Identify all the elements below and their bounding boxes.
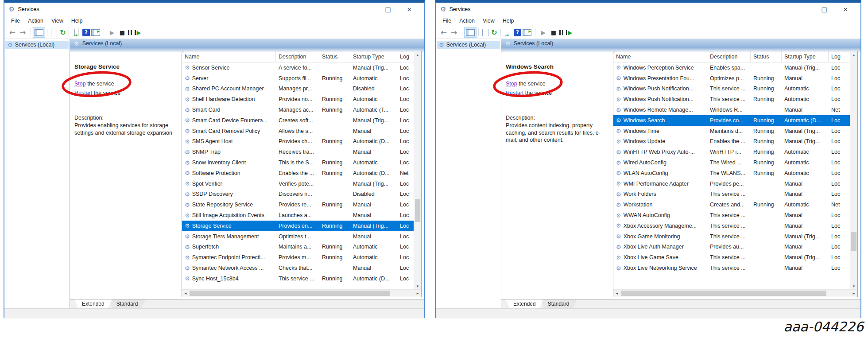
stop-service-link[interactable]: Stop (506, 81, 517, 87)
show-action-pane-icon[interactable] (91, 29, 100, 36)
maximize-button[interactable]: □ (377, 6, 399, 13)
horizontal-scroll-thumb[interactable] (190, 291, 390, 296)
service-row[interactable]: ⚙SNMP TrapReceives tra...ManualLoc (182, 147, 421, 157)
menu-file[interactable]: File (438, 18, 455, 24)
menu-help[interactable]: Help (499, 18, 518, 24)
horizontal-scroll-thumb[interactable] (621, 291, 826, 296)
scroll-up-icon[interactable]: ▴ (853, 52, 855, 58)
stop-service-icon[interactable]: ■ (549, 27, 558, 37)
menu-view[interactable]: View (47, 18, 67, 24)
menu-action[interactable]: Action (24, 18, 47, 24)
service-row[interactable]: ⚙Storage Tiers ManagementOptimizes t...M… (182, 231, 421, 242)
start-service-icon[interactable]: ▶ (539, 27, 548, 37)
pause-service-icon[interactable] (559, 30, 563, 35)
service-row[interactable]: ⚙Xbox Accessory Manageme...This service … (613, 221, 857, 231)
scroll-up-icon[interactable]: ▴ (417, 52, 419, 58)
service-row[interactable]: ⚙Wired AutoConfigThe Wired ...RunningAut… (613, 157, 857, 168)
column-header-name[interactable]: Nameˆ (613, 51, 707, 62)
service-row[interactable]: ⚙Shell Hardware DetectionProvides no...R… (182, 94, 421, 105)
help-icon[interactable]: ? (82, 29, 90, 36)
column-header-description[interactable]: Description (707, 51, 751, 62)
service-row[interactable]: ⚙Windows Presentation Fou...Optimizes p.… (613, 73, 857, 84)
export-list-icon[interactable] (69, 29, 75, 36)
scroll-right-icon[interactable]: ▸ (414, 291, 421, 295)
close-button[interactable]: × (835, 6, 856, 13)
service-row[interactable]: ⚙Spot VerifierVerifies pote...Manual (Tr… (182, 179, 421, 189)
service-row[interactable]: ⚙Xbox Game MonitoringThis service ...Man… (613, 231, 857, 242)
help-icon[interactable]: ? (514, 29, 521, 36)
service-row[interactable]: ⚙Sensor ServiceA service fo...Manual (Tr… (182, 62, 421, 73)
tab-extended[interactable]: Extended (74, 299, 112, 308)
service-row[interactable]: ⚙Snow Inventory ClientThis is the S...Ru… (182, 157, 421, 168)
service-row[interactable]: ⚙SSDP DiscoveryDiscovers n...DisabledLoc (182, 189, 421, 200)
service-row[interactable]: ⚙Xbox Live Game SaveThis service ...Manu… (613, 252, 857, 263)
vertical-scroll-thumb[interactable] (415, 199, 420, 222)
scroll-left-icon[interactable]: ◂ (182, 291, 189, 295)
service-row[interactable]: ⚙Work FoldersThis service ...ManualLoc (613, 189, 857, 200)
service-row[interactable]: ⚙WorkstationCreates and...RunningAutomat… (613, 199, 857, 210)
service-row[interactable]: ⚙SuperfetchMaintains a...RunningAutomati… (182, 242, 421, 253)
service-row[interactable]: ⚙Software ProtectionEnables the ...Runni… (182, 168, 421, 179)
column-header-startup-type[interactable]: Startup Type (350, 51, 397, 62)
back-icon[interactable]: ← (439, 27, 448, 37)
service-row[interactable]: ⚙ServerSupports fil...RunningAutomaticLo… (182, 73, 421, 84)
service-row[interactable]: ⚙Xbox Live Networking ServiceThis servic… (613, 263, 857, 273)
menu-file[interactable]: File (7, 18, 24, 24)
forward-icon[interactable]: → (18, 27, 27, 37)
minimize-button[interactable]: – (792, 6, 814, 13)
tab-standard[interactable]: Standard (109, 299, 146, 308)
horizontal-scrollbar[interactable]: ◂ ▸ (613, 289, 857, 297)
service-row[interactable]: ⚙WWAN AutoConfigThis service ...ManualLo… (613, 210, 857, 221)
service-row[interactable]: ⚙State Repository ServiceProvides re...R… (182, 199, 421, 210)
column-header-status[interactable]: Status (751, 51, 782, 62)
menu-action[interactable]: Action (455, 18, 479, 24)
close-button[interactable]: × (399, 6, 420, 13)
service-row[interactable]: ⚙Storage ServiceProvides en...RunningMan… (182, 221, 421, 231)
column-header-startup-type[interactable]: Startup Type (782, 51, 829, 62)
service-row[interactable]: ⚙Smart CardManages ac...RunningAutomatic… (182, 105, 421, 115)
show-action-pane-icon[interactable] (523, 29, 531, 36)
service-row[interactable]: ⚙Windows TimeMaintains d...RunningManual… (613, 126, 857, 136)
service-row[interactable]: ⚙Shared PC Account ManagerManages pr...D… (182, 84, 421, 94)
export-list-icon[interactable] (500, 29, 506, 36)
refresh-icon[interactable]: ↻ (58, 27, 67, 37)
column-header-description[interactable]: Description (276, 51, 319, 62)
service-row[interactable]: ⚙Windows Remote Manage...Windows R...Man… (613, 105, 857, 115)
start-service-icon[interactable]: ▶ (108, 27, 116, 37)
refresh-icon[interactable]: ↻ (490, 27, 499, 37)
service-row[interactable]: ⚙Sync Host_15c8b4This service ...Running… (182, 273, 421, 284)
restart-service-link[interactable]: Restart (506, 90, 523, 96)
back-icon[interactable]: ← (8, 27, 17, 37)
tree-item-services-local[interactable]: ⚙ Services (Local) (5, 41, 69, 49)
menu-view[interactable]: View (479, 18, 499, 24)
service-row[interactable]: ⚙Still Image Acquisition EventsLaunches … (182, 210, 421, 221)
column-header-status[interactable]: Status (319, 51, 350, 62)
restart-service-link[interactable]: Restart (74, 90, 92, 96)
service-row[interactable]: ⚙WinHTTP Web Proxy Auto-...WinHTTP i...R… (613, 147, 857, 157)
scroll-down-icon[interactable]: ▾ (417, 283, 419, 289)
pause-service-icon[interactable] (128, 30, 132, 35)
stop-service-icon[interactable]: ■ (118, 27, 127, 37)
maximize-button[interactable]: □ (814, 6, 835, 13)
service-row[interactable]: ⚙Symantec Network Access ...Checks that.… (182, 263, 421, 273)
scroll-down-icon[interactable]: ▾ (853, 283, 855, 289)
tab-standard[interactable]: Standard (540, 299, 577, 308)
service-row[interactable]: ⚙Windows SearchProvides co...RunningAuto… (613, 115, 857, 126)
minimize-button[interactable]: – (356, 6, 377, 13)
properties-icon[interactable] (51, 29, 57, 36)
show-console-tree-icon[interactable] (35, 29, 43, 36)
service-row[interactable]: ⚙SMS Agent HostProvides ch...RunningAuto… (182, 136, 421, 147)
forward-icon[interactable]: → (450, 27, 458, 37)
vertical-scroll-thumb[interactable] (851, 232, 856, 251)
show-console-tree-icon[interactable] (466, 29, 475, 36)
stop-service-link[interactable]: Stop (74, 81, 86, 87)
column-header-name[interactable]: Nameˆ (182, 51, 276, 62)
tab-extended[interactable]: Extended (506, 299, 543, 308)
tree-item-services-local[interactable]: ⚙ Services (Local) (437, 41, 500, 49)
service-row[interactable]: ⚙Smart Card Removal PolicyAllows the s..… (182, 126, 421, 136)
scroll-right-icon[interactable]: ▸ (850, 291, 857, 295)
service-row[interactable]: ⚙Windows Perception ServiceEnables spa..… (613, 62, 857, 73)
service-row[interactable]: ⚙Windows Push Notification...This servic… (613, 94, 857, 105)
service-row[interactable]: ⚙Xbox Live Auth ManagerProvides au...Man… (613, 242, 857, 253)
scroll-left-icon[interactable]: ◂ (613, 291, 620, 295)
